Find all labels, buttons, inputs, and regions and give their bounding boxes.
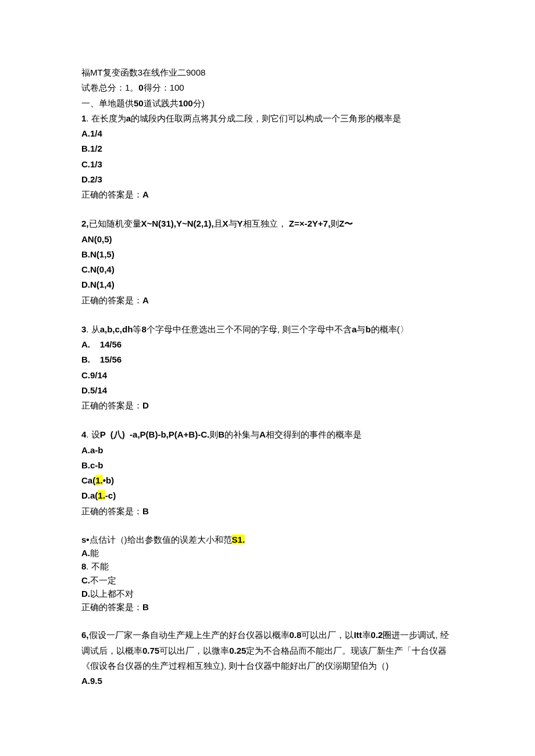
q5-a: s• (81, 535, 90, 544)
q4-ans-label: 正确的答案是： (81, 506, 142, 516)
q2-e: 与 (229, 218, 237, 228)
q3-g: 与 (356, 324, 365, 334)
q2-opt-a: AN(0,5) (81, 232, 454, 247)
q6-l1g: 圈进一步调试, 经 (383, 630, 448, 640)
q2-j: Z〜 (339, 218, 353, 228)
q2-b: X~N(31),Y~N(2,1), (141, 218, 214, 228)
score-a: 试卷总分：1。 (81, 83, 138, 92)
q5-c-b: 不一定 (90, 575, 116, 585)
q4-opt-c: Ca(1.•b) (81, 473, 454, 488)
q1-dot: . (86, 113, 91, 123)
section-d: 100 (179, 98, 193, 108)
q6-l2a: 调试后，以概率 (81, 646, 142, 655)
q6-line3: 《假设各台仪器的生产过程相互独立), 则十台仪器中能好出厂的仪溺期望伯为（) (81, 658, 454, 673)
q1-answer: 正确的答案是：A (81, 187, 454, 202)
q2-i: 则 (330, 218, 339, 228)
q3-c: 等 (133, 324, 141, 334)
q3-answer: 正确的答案是：D (81, 398, 454, 413)
q5-answer: 正确的答案是：B (81, 600, 454, 614)
q6-l1b: 0.8 (290, 630, 302, 640)
q3-ans: D (142, 400, 149, 410)
q4-g: 相交得到的事件的概率是 (266, 429, 362, 439)
q1-a: 在长度为 (91, 113, 126, 123)
q6-l2e: 定为不合格品而不能出厂。现该厂新生产「十台仪器 (246, 646, 447, 655)
q5-opt-c: C.不一定 (81, 574, 454, 587)
q4-f: A (259, 429, 266, 439)
q2-f: Y (237, 218, 243, 228)
q1-opt-c: C.1/3 (81, 157, 454, 172)
q2-ans-label: 正确的答案是： (81, 295, 142, 305)
q5-opt-b: 8. 不能 (81, 560, 454, 573)
q3-b: a,b,c,dh (100, 324, 133, 334)
q2-ans: A (142, 295, 149, 305)
q6-l2c: 可以出厂，以微率 (159, 646, 229, 655)
q3-d: 8 (141, 324, 146, 334)
q4-c-b: •b) (103, 475, 114, 485)
q6-line1: 6,假设一厂家一条自动生产规上生产的好台仪器以概率0.8可以出厂，以Itt率0.… (81, 628, 454, 643)
q4-c-a: Ca( (81, 475, 95, 485)
q1-opt-a: A.1/4 (81, 126, 454, 141)
score-line: 试卷总分：1。0得分：100 (81, 80, 454, 95)
q5-d-b: 以上都不对 (90, 589, 134, 599)
q1-opt-b: B.1/2 (81, 141, 454, 156)
q3-stem: 3. 从a,b,c,dh等8个字母中任意选出三个不同的字母, 则三个字母中不含a… (81, 322, 454, 337)
q6-opt-a: A.9.5 (81, 673, 454, 689)
q3-ans-label: 正确的答案是： (81, 400, 142, 410)
q6-l1c: 可以出厂，以 (301, 630, 354, 640)
q6-line2: 调试后，以概率0.75可以出厂，以微率0.25定为不合格品而不能出厂。现该厂新生… (81, 643, 454, 658)
q5-opt-a: A.能 (81, 546, 454, 560)
q3-opt-a: A. 14/56 (81, 337, 454, 352)
q5-a-a: A. (81, 548, 90, 558)
q4-b: P (八) -a,P(B)-b,P(A+B)-C. (100, 429, 209, 439)
document-page: 福MT复变函数3在线作业二9008 试卷总分：1。0得分：100 一、单地题供5… (0, 0, 535, 712)
title-text-a: 福MT复变函数3在线作业二9008 (81, 67, 205, 77)
q6-num: 6, (81, 630, 89, 640)
q5-a-b: 能 (90, 548, 99, 558)
q6-l1e: 率 (362, 630, 371, 640)
q2-answer: 正确的答案是：A (81, 293, 454, 308)
q2-c: 且 (214, 218, 223, 228)
section-e: 分) (193, 98, 205, 108)
q4-e: 的补集与 (224, 429, 259, 439)
q3-opt-b: B. 15/56 (81, 352, 454, 367)
q5-c: S1. (232, 535, 245, 544)
q4-answer: 正确的答案是：B (81, 504, 454, 519)
q2-opt-d: D.N(1,4) (81, 277, 454, 292)
q2-d: X (223, 218, 229, 228)
section-b: 50 (134, 98, 144, 108)
q1-opt-d: D.2/3 (81, 172, 454, 187)
q4-ans: B (142, 506, 149, 516)
q1-ans: A (142, 189, 149, 199)
q4-c-hl: 1. (95, 475, 103, 485)
q4-opt-d: D.a(1.-c) (81, 488, 454, 503)
q4-c: 则 (209, 429, 218, 439)
q4-a: 设 (91, 429, 100, 439)
score-c: 得分：100 (144, 83, 184, 92)
score-b: 0 (138, 83, 143, 92)
q5-c-a: C. (81, 575, 90, 585)
q5-d-a: D. (81, 589, 90, 599)
q3-dot: . (86, 324, 91, 334)
section-c: 道试践共 (144, 98, 179, 108)
q4-opt-b: B.c-b (81, 458, 454, 473)
q5-opt-d: D.以上都不对 (81, 587, 454, 600)
q5-b-b: . 不能 (86, 561, 108, 571)
q5-stem: s•点估计（)给出参数值的误差大小和范S1. (81, 533, 454, 546)
doc-title: 福MT复变函数3在线作业二9008 (81, 65, 454, 80)
q6-l1f: 0.2 (371, 630, 383, 640)
q4-dot: . (86, 429, 91, 439)
q4-d-hl: 1. (98, 490, 105, 500)
q3-opt-c: C.9/14 (81, 368, 454, 383)
q3-opt-d: D.5/14 (81, 383, 454, 398)
q6-l2b: 0.75 (142, 646, 159, 655)
section-a: 一、单地题供 (81, 98, 134, 108)
section-line: 一、单地题供50道试践共100分) (81, 96, 454, 111)
q1-ans-label: 正确的答案是： (81, 189, 142, 199)
q3-i: 的概率(〉 (371, 324, 409, 334)
q5-ans-label: 正确的答案是： (81, 602, 142, 612)
q2-h: Z=×-2Y+7, (289, 218, 330, 228)
q2-num: 2, (81, 218, 89, 228)
q5-ans: B (142, 602, 149, 612)
q3-e: 个字母中任意选出三个不同的字母, 则三个字母中不含 (147, 324, 352, 334)
q2-a: 已知随机变量 (89, 218, 141, 228)
